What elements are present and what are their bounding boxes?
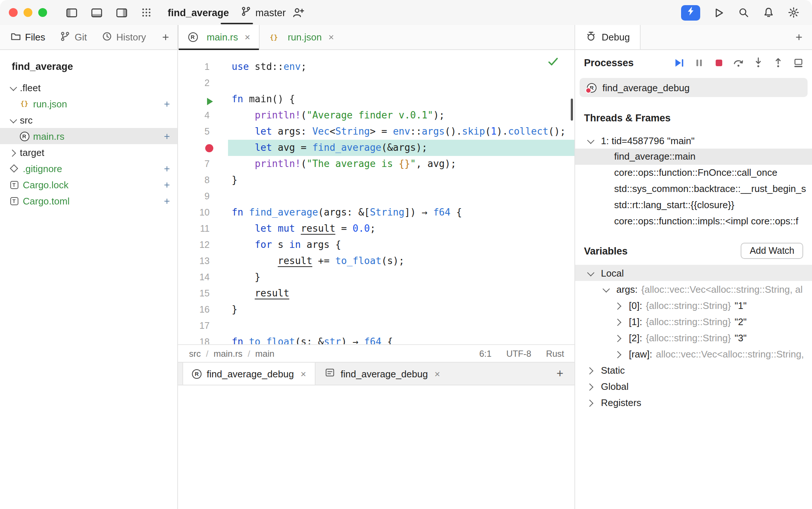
workspace-grid-icon[interactable]	[138, 4, 155, 21]
panel-tab-files[interactable]: Files	[10, 31, 45, 44]
code-line[interactable]: println!("The average is {}", avg);	[228, 156, 574, 172]
gutter-cell[interactable]: 5	[178, 124, 228, 140]
code-line[interactable]: }	[228, 269, 574, 285]
gutter-cell[interactable]: 12	[178, 237, 228, 253]
thread-item[interactable]: 1: tid=4587796 "main"	[575, 132, 812, 149]
stop-icon[interactable]	[713, 57, 724, 68]
gutter-cell[interactable]: 1	[178, 59, 228, 75]
gutter-cell[interactable]: 18	[178, 334, 228, 344]
code-line-row[interactable]: 12 for s in args {	[178, 237, 574, 253]
scope-registers[interactable]: Registers	[575, 394, 812, 410]
code-line[interactable]: result += to_float(s);	[228, 253, 574, 269]
step-over-icon[interactable]	[733, 57, 744, 68]
code-line[interactable]: for s in args {	[228, 237, 574, 253]
variable-row[interactable]: [raw]:alloc::vec::Vec<alloc::string::Str…	[575, 346, 812, 362]
code-line-row[interactable]: let avg = find_average(&args);	[178, 140, 574, 156]
code-line[interactable]	[228, 318, 574, 334]
project-root-label[interactable]: find_average	[0, 57, 177, 75]
stack-frame[interactable]: core::ops::function::FnOnce::call_once	[575, 165, 812, 181]
code-line[interactable]: use std::env;	[228, 59, 574, 75]
variable-row[interactable]: [1]:{alloc::string::String}"2"	[575, 313, 812, 330]
stack-frame[interactable]: std::sys_common::backtrace::__rust_begin…	[575, 181, 812, 197]
breakpoint-icon[interactable]	[205, 144, 213, 152]
variable-row[interactable]: [0]:{alloc::string::String}"1"	[575, 297, 812, 313]
code-line[interactable]: let mut result = 0.0;	[228, 221, 574, 237]
gutter-cell[interactable]: 15	[178, 285, 228, 302]
gutter-cell[interactable]: 17	[178, 318, 228, 334]
add-debug-tab-button[interactable]: +	[795, 31, 812, 43]
code-line-row[interactable]: 7 println!("The average is {}", avg);	[178, 156, 574, 172]
gutter-cell[interactable]: 10	[178, 204, 228, 221]
project-title[interactable]: find_average	[168, 7, 229, 18]
scope-local[interactable]: Local	[575, 265, 812, 281]
tree-item-Cargo.lock[interactable]: TCargo.lock+	[0, 177, 177, 193]
code-line[interactable]: let args: Vec<String> = env::args().skip…	[228, 124, 574, 140]
panel-tab-git[interactable]: Git	[60, 31, 87, 44]
file-encoding[interactable]: UTF-8	[506, 348, 531, 359]
stack-frame[interactable]: core::ops::function::impls::<impl core::…	[575, 213, 812, 229]
stack-frame[interactable]: std::rt::lang_start::{{closure}}	[575, 197, 812, 213]
editor-tab-main.rs[interactable]: Rmain.rs×	[178, 25, 260, 49]
scope-global[interactable]: Global	[575, 378, 812, 394]
code-line-row[interactable]: 10fn find_average(args: &[String]) → f64…	[178, 204, 574, 221]
variable-row[interactable]: [2]:{alloc::string::String}"3"	[575, 330, 812, 346]
tab-debug[interactable]: Debug	[575, 25, 641, 49]
panel-tab-history[interactable]: History	[102, 31, 146, 44]
tree-item-run.json[interactable]: {}run.json+	[0, 96, 177, 112]
gutter-cell[interactable]: 9	[178, 188, 228, 204]
code-line[interactable]: }	[228, 172, 574, 188]
gutter-cell[interactable]: 14	[178, 269, 228, 285]
gutter-cell[interactable]: 16	[178, 302, 228, 318]
add-watch-button[interactable]: Add Watch	[741, 243, 803, 259]
caret-position[interactable]: 6:1	[479, 348, 491, 359]
breadcrumb[interactable]: src / main.rs / main	[189, 348, 274, 359]
process-item[interactable]: R find_average_debug	[580, 78, 808, 97]
bottom-tab-1[interactable]: find_average_debug×	[316, 363, 449, 385]
variable-row[interactable]: args:{alloc::vec::Vec<alloc::string::Str…	[575, 281, 812, 297]
tree-item-.gitignore[interactable]: .gitignore+	[0, 160, 177, 177]
add-bottom-tab-button[interactable]: +	[556, 368, 574, 380]
code-line-row[interactable]: 5 let args: Vec<String> = env::args().sk…	[178, 124, 574, 140]
code-editor[interactable]: 1use std::env;2fn main() {4 println!("Av…	[178, 50, 574, 344]
code-line-row[interactable]: 9	[178, 188, 574, 204]
toggle-bottom-panel-icon[interactable]	[88, 4, 105, 21]
code-line-row[interactable]: 14 }	[178, 269, 574, 285]
code-line-row[interactable]: 16}	[178, 302, 574, 318]
code-line-row[interactable]: 2	[178, 75, 574, 91]
code-line[interactable]: fn find_average(args: &[String]) → f64 {	[228, 204, 574, 221]
code-line-row[interactable]: 18fn to_float(s: &str) → f64 {	[178, 334, 574, 344]
gutter-cell[interactable]: 13	[178, 253, 228, 269]
bottom-tab-0[interactable]: Rfind_average_debug×	[182, 363, 316, 385]
tree-item-.fleet[interactable]: .fleet	[0, 79, 177, 96]
debug-mode-button[interactable]	[681, 5, 700, 20]
settings-button[interactable]	[785, 4, 802, 21]
tree-item-Cargo.toml[interactable]: TCargo.toml+	[0, 193, 177, 209]
close-icon[interactable]: ×	[245, 32, 250, 43]
code-line[interactable]: println!("Average finder v.0.1");	[228, 107, 574, 124]
code-line[interactable]: let avg = find_average(&args);	[228, 140, 574, 156]
pause-icon[interactable]	[693, 57, 705, 68]
collaborate-icon[interactable]	[289, 4, 307, 21]
close-icon[interactable]: ×	[300, 368, 306, 379]
notifications-button[interactable]	[760, 4, 777, 21]
code-line[interactable]: }	[228, 302, 574, 318]
code-line-row[interactable]: fn main() {	[178, 91, 574, 107]
code-line-row[interactable]: 1use std::env;	[178, 59, 574, 75]
code-line[interactable]	[228, 75, 574, 91]
gutter-cell[interactable]	[178, 140, 228, 156]
gutter-cell[interactable]: 7	[178, 156, 228, 172]
close-window-button[interactable]	[9, 8, 18, 17]
run-button[interactable]	[710, 4, 727, 21]
minimize-window-button[interactable]	[24, 8, 32, 17]
code-line[interactable]: fn main() {	[228, 91, 574, 107]
focus-frame-icon[interactable]	[792, 57, 804, 68]
code-line[interactable]	[228, 188, 574, 204]
gutter-cell[interactable]: 4	[178, 107, 228, 124]
code-line[interactable]: fn to_float(s: &str) → f64 {	[228, 334, 574, 344]
toggle-left-panel-icon[interactable]	[63, 4, 80, 21]
zoom-window-button[interactable]	[38, 8, 47, 17]
scope-static[interactable]: Static	[575, 362, 812, 378]
step-out-icon[interactable]	[772, 57, 784, 68]
code-line-row[interactable]: 8}	[178, 172, 574, 188]
gutter-cell[interactable]: 11	[178, 221, 228, 237]
